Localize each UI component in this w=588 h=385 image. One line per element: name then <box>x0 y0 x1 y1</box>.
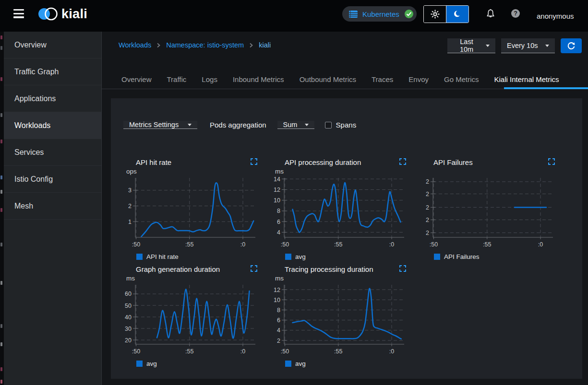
y-axis-tick-label: 14 <box>274 176 280 183</box>
kiali-logo[interactable]: kiali <box>37 5 87 23</box>
legend-item[interactable]: API Failures <box>421 253 557 260</box>
tab-traffic[interactable]: Traffic <box>159 70 194 89</box>
expand-chart-button[interactable] <box>251 265 257 273</box>
chart-line-series <box>157 289 250 338</box>
chart-line-series <box>293 289 401 339</box>
chevron-right-icon <box>249 42 253 48</box>
tab-outbound-metrics[interactable]: Outbound Metrics <box>292 70 364 89</box>
expand-icon <box>251 158 257 165</box>
nav-toggle-button[interactable] <box>12 8 25 19</box>
tab-bar: OverviewTrafficLogsInbound MetricsOutbou… <box>102 70 588 89</box>
chart-unit-label: ms <box>273 168 408 176</box>
artifact-speck <box>0 367 2 371</box>
y-axis-tick-label: 10 <box>274 197 280 204</box>
spans-checkbox-group[interactable]: Spans <box>325 121 357 129</box>
dark-theme-button[interactable] <box>446 6 468 23</box>
x-axis-tick-label: :50 <box>281 348 289 355</box>
sidebar-item-applications[interactable]: Applications <box>0 85 101 112</box>
expand-chart-button[interactable] <box>399 265 406 273</box>
sidebar-item-services[interactable]: Services <box>0 139 101 166</box>
sidebar-item-mesh[interactable]: Mesh <box>0 193 101 220</box>
sync-icon <box>567 42 576 50</box>
chart-plot[interactable]: :50:55:02030405060 <box>124 283 259 356</box>
y-axis-tick-label: 2 <box>426 217 429 223</box>
metrics-settings-select[interactable]: Metrics Settings <box>123 121 197 129</box>
legend-swatch-icon <box>285 361 291 367</box>
chevron-right-icon <box>156 42 161 48</box>
light-theme-button[interactable] <box>424 6 446 23</box>
spans-label: Spans <box>336 121 357 129</box>
legend-item[interactable]: avg <box>273 253 408 260</box>
sidebar-item-workloads[interactable]: Workloads <box>0 112 101 139</box>
x-axis-tick-label: :0 <box>240 348 245 355</box>
tab-kiali-internal-metrics[interactable]: Kiali Internal Metrics <box>487 70 567 89</box>
chart-line-series <box>293 183 401 233</box>
duration-select[interactable]: Last 10m <box>447 38 495 53</box>
tab-go-metrics[interactable]: Go Metrics <box>436 70 487 89</box>
sidebar-item-overview[interactable]: Overview <box>0 32 101 58</box>
cluster-selector[interactable]: Kubernetes <box>342 6 417 22</box>
content: WorkloadsNamespace: istio-systemkiali La… <box>102 32 588 385</box>
y-axis-tick-label: 10 <box>274 297 280 303</box>
x-axis-tick-label: :55 <box>334 241 342 248</box>
metrics-toolbar: Metrics Settings Pods aggregation Sum Sp… <box>123 117 356 132</box>
y-axis-tick-label: 60 <box>125 291 132 297</box>
caret-down-icon <box>188 124 192 126</box>
caret-down-icon <box>486 45 490 47</box>
chart-plot[interactable]: :50:55:0123 <box>124 176 259 249</box>
help-button[interactable]: ? <box>511 9 520 20</box>
refresh-button[interactable] <box>561 38 582 53</box>
legend-item[interactable]: avg <box>124 360 259 367</box>
chart-plot[interactable]: :50:55:024681012 <box>273 283 408 356</box>
y-axis-tick-label: 20 <box>125 337 132 344</box>
y-axis-tick-label: 2 <box>426 191 429 198</box>
sidebar-item-istio-config[interactable]: Istio Config <box>0 166 101 193</box>
artifact-speck <box>0 342 2 346</box>
expand-icon <box>399 158 406 165</box>
expand-chart-button[interactable] <box>548 158 555 166</box>
chart-api-processing-duration: API processing durationms:50:55:04681012… <box>273 158 408 261</box>
breadcrumb-link-workloads[interactable]: Workloads <box>119 41 151 49</box>
chart-plot[interactable]: :50:55:022222 <box>421 176 557 249</box>
pods-aggregation-label: Pods aggregation <box>210 121 266 129</box>
chart-plot[interactable]: :50:55:0468101214 <box>273 176 408 249</box>
tab-inbound-metrics[interactable]: Inbound Metrics <box>225 70 292 89</box>
caret-down-icon <box>305 124 309 126</box>
expand-chart-button[interactable] <box>399 158 406 166</box>
spans-checkbox[interactable] <box>325 122 332 128</box>
refresh-interval-select[interactable]: Every 10s <box>501 38 555 53</box>
svg-text:?: ? <box>514 10 517 17</box>
tab-logs[interactable]: Logs <box>194 70 225 89</box>
refresh-interval-value: Every 10s <box>507 42 538 49</box>
y-axis-tick-label: 30 <box>125 326 132 332</box>
aggregation-select[interactable]: Sum <box>277 121 314 129</box>
breadcrumb-link-kiali[interactable]: kiali <box>259 41 271 49</box>
notifications-button[interactable] <box>486 9 495 20</box>
charts-grid: API hit rateops:50:55:0123API hit rateAP… <box>124 158 557 368</box>
x-axis-tick-label: :0 <box>538 241 543 248</box>
tab-traces[interactable]: Traces <box>364 70 401 89</box>
tab-envoy[interactable]: Envoy <box>401 70 436 89</box>
left-edge-artifact <box>0 32 4 385</box>
y-axis-tick-label: 2 <box>426 230 429 236</box>
x-axis-tick-label: :0 <box>240 241 245 248</box>
sidebar-item-traffic-graph[interactable]: Traffic Graph <box>0 58 101 85</box>
artifact-speck <box>0 46 2 50</box>
chart-title: API Failures <box>433 158 473 166</box>
chart-unit-label: ops <box>124 168 259 176</box>
y-axis-tick-label: 1 <box>128 219 132 225</box>
duration-select-value: Last 10m <box>453 38 480 53</box>
artifact-speck <box>0 324 2 328</box>
artifact-speck <box>0 35 2 39</box>
legend-item[interactable]: API hit rate <box>124 253 259 260</box>
y-axis-tick-label: 2 <box>426 178 429 185</box>
chart-api-hit-rate: API hit rateops:50:55:0123API hit rate <box>124 158 259 261</box>
expand-chart-button[interactable] <box>251 158 257 166</box>
user-menu[interactable]: anonymous <box>534 0 577 32</box>
y-axis-tick-label: 50 <box>125 303 132 309</box>
expand-icon <box>548 158 555 165</box>
legend-item[interactable]: avg <box>273 360 408 367</box>
tab-overview[interactable]: Overview <box>114 70 159 89</box>
breadcrumb-link-namespace-istio-system[interactable]: Namespace: istio-system <box>166 41 244 49</box>
time-toolbar: Last 10m Every 10s <box>447 38 582 53</box>
